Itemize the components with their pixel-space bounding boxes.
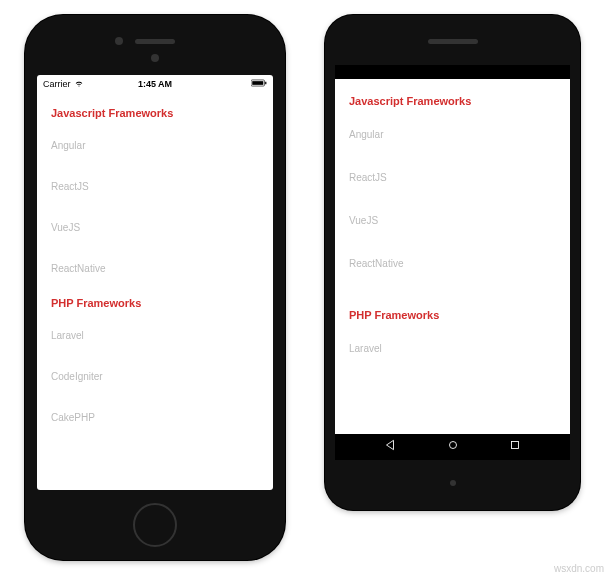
iphone-camera bbox=[115, 37, 123, 45]
android-screen: Javascript Frameworks Angular ReactJS Vu… bbox=[335, 65, 570, 460]
list-item[interactable]: VueJS bbox=[335, 199, 570, 242]
clock-label: 1:45 AM bbox=[138, 79, 172, 89]
android-back-button[interactable] bbox=[383, 438, 397, 456]
svg-rect-2 bbox=[265, 82, 266, 84]
list-item[interactable]: ReactJS bbox=[37, 166, 273, 207]
iphone-device-frame: Carrier 1:45 AM Javascript Frameworks An… bbox=[25, 15, 285, 560]
list-item[interactable]: ReactJS bbox=[335, 156, 570, 199]
list-item[interactable]: Laravel bbox=[335, 327, 570, 370]
list-item[interactable]: VueJS bbox=[37, 207, 273, 248]
list-item[interactable]: CodeIgniter bbox=[37, 356, 273, 397]
battery-icon bbox=[251, 79, 267, 89]
android-recents-button[interactable] bbox=[508, 438, 522, 456]
iphone-home-button[interactable] bbox=[133, 503, 177, 547]
iphone-screen: Carrier 1:45 AM Javascript Frameworks An… bbox=[37, 75, 273, 490]
ios-section-list[interactable]: Javascript Frameworks Angular ReactJS Vu… bbox=[37, 93, 273, 490]
list-item[interactable]: ReactNative bbox=[37, 248, 273, 289]
list-item[interactable]: ReactNative bbox=[335, 242, 570, 285]
section-header-js: Javascript Frameworks bbox=[335, 85, 570, 113]
iphone-speaker bbox=[135, 39, 175, 44]
list-item[interactable]: Angular bbox=[335, 113, 570, 156]
watermark-label: wsxdn.com bbox=[554, 563, 604, 574]
android-status-bar bbox=[335, 65, 570, 79]
list-item[interactable]: CakePHP bbox=[37, 397, 273, 438]
svg-rect-4 bbox=[511, 442, 518, 449]
android-navigation-bar bbox=[335, 434, 570, 460]
carrier-label: Carrier bbox=[43, 79, 71, 89]
android-speaker bbox=[428, 39, 478, 44]
section-header-php: PHP Frameworks bbox=[37, 289, 273, 315]
svg-rect-1 bbox=[252, 81, 263, 85]
android-device-frame: Javascript Frameworks Angular ReactJS Vu… bbox=[325, 15, 580, 510]
android-section-list[interactable]: Javascript Frameworks Angular ReactJS Vu… bbox=[335, 79, 570, 434]
wifi-icon bbox=[74, 78, 84, 90]
svg-point-3 bbox=[449, 442, 456, 449]
section-header-js: Javascript Frameworks bbox=[37, 99, 273, 125]
list-item[interactable]: Laravel bbox=[37, 315, 273, 356]
ios-status-bar: Carrier 1:45 AM bbox=[37, 75, 273, 93]
iphone-sensor bbox=[151, 54, 159, 62]
list-item[interactable]: Angular bbox=[37, 125, 273, 166]
android-home-button[interactable] bbox=[446, 438, 460, 456]
android-mic bbox=[450, 480, 456, 486]
section-header-php: PHP Frameworks bbox=[335, 285, 570, 327]
